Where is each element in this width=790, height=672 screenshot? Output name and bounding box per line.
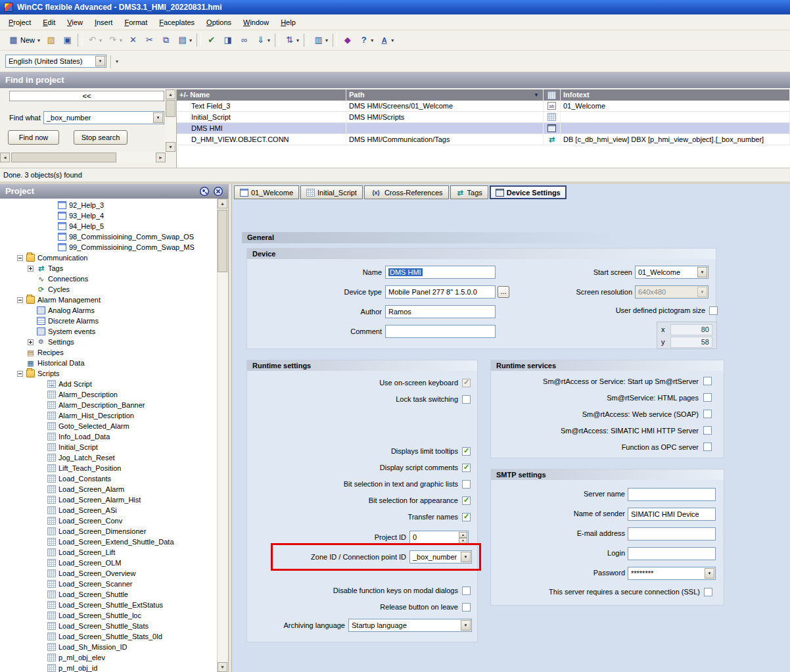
find-button[interactable]: A ▾ bbox=[376, 32, 396, 48]
bit-selection-lists-checkbox[interactable] bbox=[462, 480, 471, 489]
login-input[interactable] bbox=[628, 547, 716, 560]
tree-item[interactable]: Load_Screen_Lift bbox=[0, 547, 217, 558]
bit-selection-appearance-checkbox[interactable] bbox=[462, 496, 471, 505]
tree-item[interactable]: Alarm Management bbox=[0, 295, 217, 305]
tree-item[interactable]: Recipes bbox=[0, 347, 217, 358]
tree-item[interactable]: Analog Alarms bbox=[0, 305, 217, 316]
tree-item[interactable]: Tags bbox=[0, 263, 217, 274]
device-name-input[interactable]: DMS HMI bbox=[385, 266, 496, 279]
release-button-checkbox[interactable] bbox=[462, 603, 471, 612]
menu-item[interactable]: View bbox=[61, 15, 89, 30]
transfer-names-checkbox[interactable] bbox=[462, 513, 471, 521]
menu-item[interactable]: Help bbox=[275, 15, 302, 30]
tree-item[interactable]: Load_Screen_Dimensioner bbox=[0, 526, 217, 537]
chevron-down-icon[interactable]: ▼ bbox=[95, 56, 105, 66]
chevron-down-icon[interactable]: ▼ bbox=[697, 267, 707, 277]
scroll-down-icon[interactable]: ▼ bbox=[218, 662, 227, 672]
smartaccess-http-server-checkbox[interactable] bbox=[703, 426, 712, 435]
cross-reference-button[interactable]: ▥ ▾ bbox=[310, 32, 331, 48]
tree-item[interactable]: Add Script bbox=[0, 379, 217, 389]
redo-button[interactable]: ↷ ▾ bbox=[105, 32, 125, 48]
cut-button[interactable]: ✂ ▾ bbox=[141, 32, 158, 48]
project-tree-scrollbar[interactable]: ▲ ▼ bbox=[217, 199, 228, 672]
ssl-checkbox[interactable] bbox=[704, 588, 712, 596]
simulate-button[interactable]: ∞ ▾ bbox=[236, 32, 252, 48]
scrollbar-thumb[interactable] bbox=[218, 210, 227, 272]
project-id-input[interactable]: 0 ▲▼ bbox=[409, 531, 469, 544]
stop-search-button[interactable]: Stop search bbox=[74, 130, 128, 145]
toolbar-options-icon[interactable]: ▾ bbox=[116, 59, 118, 64]
find-now-button[interactable]: Find now bbox=[8, 130, 59, 145]
tree-item[interactable]: Load_Screen_Shuttle_ExtStatus bbox=[0, 600, 217, 610]
scrollbar-thumb[interactable] bbox=[166, 100, 175, 117]
generate-button[interactable]: ◨ ▾ bbox=[220, 32, 236, 48]
scroll-left-icon[interactable]: ◄ bbox=[0, 153, 10, 162]
check-consistency-button[interactable]: ✔ ▾ bbox=[203, 32, 220, 48]
tab-cross-references[interactable]: Cross-References bbox=[364, 185, 449, 199]
tree-item[interactable]: Load_Screen_Shuttle_Stats_0ld bbox=[0, 631, 217, 642]
result-row[interactable]: D_HMI_VIEW.OBJECT.CONN DMS HMI/Communica… bbox=[177, 134, 790, 145]
tree-item[interactable]: Load_Screen_Overview bbox=[0, 568, 217, 579]
scrollbar-thumb[interactable] bbox=[11, 153, 116, 162]
tab-initial-script[interactable]: Initial_Script bbox=[300, 185, 363, 199]
script-comments-checkbox[interactable] bbox=[462, 464, 471, 472]
spinner-buttons[interactable]: ▲▼ bbox=[459, 532, 467, 542]
column-header-path[interactable]: Path ▼ bbox=[346, 89, 544, 101]
menu-item[interactable]: Faceplates bbox=[153, 15, 200, 30]
find-what-input[interactable]: _box_number ▼ bbox=[43, 111, 164, 124]
tree-item[interactable]: Cycles bbox=[0, 284, 217, 295]
tree-item[interactable]: Goto_Selected_Alarm bbox=[0, 421, 217, 431]
menu-item[interactable]: Project bbox=[3, 15, 37, 30]
tree-item[interactable]: Info_Load_Data bbox=[0, 431, 217, 442]
tree-item[interactable]: Load_Screen_Alarm bbox=[0, 484, 217, 494]
tree-item[interactable]: Alarm_Hist_Description bbox=[0, 410, 217, 421]
tree-item[interactable]: Load_Screen_ASi bbox=[0, 505, 217, 516]
pictogram-size-checkbox[interactable] bbox=[709, 306, 718, 315]
comment-input[interactable] bbox=[385, 325, 496, 338]
tree-item[interactable]: Load_Screen_OLM bbox=[0, 558, 217, 568]
transfer-button[interactable]: ⇓ ▾ bbox=[252, 32, 273, 48]
tree-item[interactable]: Historical Data bbox=[0, 358, 217, 368]
sender-name-input[interactable]: SIMATIC HMI Device bbox=[628, 508, 716, 521]
paste-button[interactable]: ▤ ▾ bbox=[174, 32, 195, 48]
save-button[interactable]: ▣ ▾ bbox=[59, 32, 76, 48]
limit-tooltips-checkbox[interactable] bbox=[462, 447, 471, 456]
result-row[interactable]: Initial_Script DMS HMI/Scripts bbox=[177, 112, 790, 123]
lock-task-switching-checkbox[interactable] bbox=[462, 395, 471, 404]
smartaccess-web-service-checkbox[interactable] bbox=[703, 410, 712, 418]
find-vertical-scrollbar[interactable]: ▲ ▼ bbox=[166, 89, 176, 152]
scroll-up-icon[interactable]: ▲ bbox=[218, 199, 227, 208]
tree-item[interactable]: Load_Screen_Scanner bbox=[0, 579, 217, 589]
close-icon[interactable] bbox=[213, 186, 223, 197]
tree-item[interactable]: Alarm_Description_Banner bbox=[0, 400, 217, 410]
tab-01-welcome[interactable]: 01_Welcome bbox=[234, 185, 299, 199]
tree-expander[interactable] bbox=[17, 297, 23, 303]
tab-device-settings[interactable]: Device Settings bbox=[490, 185, 567, 199]
tree-item[interactable]: p_ml_obj_id bbox=[0, 663, 217, 672]
menu-item[interactable]: Window bbox=[237, 15, 275, 30]
tree-item[interactable]: 98_Commissioining_Comm_Swap_OS bbox=[0, 231, 217, 242]
tree-item[interactable]: Jog_Latch_Reset bbox=[0, 452, 217, 463]
copy-button[interactable]: ⧉ ▾ bbox=[158, 32, 174, 48]
collapse-search-button[interactable]: << bbox=[9, 91, 164, 101]
tree-item[interactable]: Discrete Alarms bbox=[0, 316, 217, 326]
column-header-infotext[interactable]: Infotext bbox=[561, 89, 790, 101]
disable-fn-keys-checkbox[interactable] bbox=[462, 587, 471, 595]
tree-item[interactable]: Load_Screen_Alarm_Hist bbox=[0, 494, 217, 505]
tree-expander[interactable] bbox=[17, 255, 23, 261]
pin-icon[interactable] bbox=[199, 186, 210, 197]
tree-expander[interactable] bbox=[17, 371, 23, 377]
tree-item[interactable]: Load_Screen_Conv bbox=[0, 516, 217, 526]
tree-item[interactable]: Load_Screen_Shuttle bbox=[0, 589, 217, 600]
menu-item[interactable]: Format bbox=[118, 15, 153, 30]
tree-expander[interactable] bbox=[28, 266, 34, 272]
library-button[interactable]: ◆ ▾ bbox=[339, 32, 356, 48]
menu-item[interactable]: Options bbox=[200, 15, 237, 30]
sort-button[interactable]: ⇅ ▾ bbox=[281, 32, 302, 48]
chevron-down-icon[interactable]: ▼ bbox=[153, 112, 163, 123]
smartservice-html-pages-checkbox[interactable] bbox=[703, 393, 712, 402]
start-screen-select[interactable]: 01_Welcome ▼ bbox=[635, 266, 709, 279]
opc-server-checkbox[interactable] bbox=[703, 443, 712, 451]
smartaccess-startup-checkbox[interactable] bbox=[703, 377, 712, 385]
language-select[interactable]: English (United States) ▼ bbox=[5, 55, 106, 68]
